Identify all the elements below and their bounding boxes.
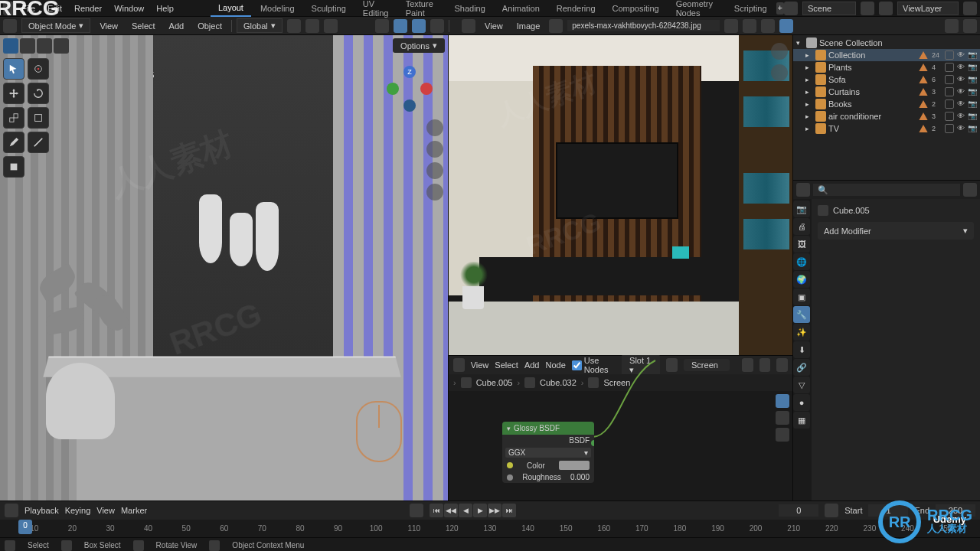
ws-geo[interactable]: Geometry Nodes — [668, 0, 725, 21]
select-mode-lasso-icon[interactable] — [37, 38, 52, 54]
image-path-field[interactable]: pexels-max-vakhtbovych-6284238.jpg — [567, 20, 719, 31]
ws-script[interactable]: Scripting — [727, 1, 775, 16]
ws-anim[interactable]: Animation — [495, 1, 547, 16]
visibility-toggle[interactable]: 👁 — [956, 75, 965, 84]
ws-add[interactable]: + — [776, 2, 784, 15]
breadcrumb-0[interactable]: Cube.005 — [476, 378, 513, 387]
image-viewer[interactable]: 人人素材 RRCG — [449, 35, 792, 355]
visibility-toggle[interactable]: 👁 — [956, 51, 965, 60]
ws-layout[interactable]: Layout — [211, 0, 251, 17]
img-view[interactable]: View — [480, 20, 508, 32]
img-display-icon[interactable] — [779, 19, 793, 33]
menu-edit[interactable]: Edit — [41, 2, 68, 15]
ws-texpaint[interactable]: Texture Paint — [398, 0, 446, 21]
bsdf-output-socket[interactable] — [591, 440, 594, 446]
object-mode-selector[interactable]: Object Mode ▾ — [21, 18, 90, 33]
tl-playback[interactable]: Playback — [24, 506, 59, 515]
props-editor-icon[interactable] — [796, 183, 810, 197]
layer-new-button[interactable] — [963, 2, 977, 15]
editor-type-3d-icon[interactable] — [3, 19, 17, 33]
tl-keying[interactable]: Keying — [65, 506, 91, 515]
menu-file[interactable]: File — [15, 2, 41, 15]
exclude-toggle[interactable] — [945, 124, 954, 133]
pivot-icon[interactable] — [287, 19, 301, 33]
ws-modeling[interactable]: Modeling — [253, 1, 302, 16]
gizmo-y-axis[interactable] — [387, 83, 399, 95]
tab-scene-icon[interactable]: 🌐 — [793, 253, 810, 270]
node-add[interactable]: Add — [524, 360, 540, 370]
autokey-icon[interactable] — [410, 504, 423, 517]
node-editor-type-icon[interactable] — [453, 358, 465, 372]
outliner-tv[interactable]: ▸ TV 2 👁📷 — [793, 122, 980, 135]
exclude-toggle[interactable] — [945, 112, 954, 121]
menu-window[interactable]: Window — [108, 2, 150, 15]
visibility-toggle[interactable]: 👁 — [956, 87, 965, 96]
node-pin-icon[interactable] — [742, 358, 753, 372]
timeline-track[interactable]: 0 10 20 30 40 50 60 70 80 90 100 110 120… — [0, 520, 980, 538]
color-input-socket[interactable] — [507, 462, 513, 468]
navigation-gizmo[interactable]: Z — [387, 66, 433, 112]
render-toggle[interactable]: 📷 — [968, 99, 977, 109]
tab-modifier-icon[interactable]: 🔧 — [793, 306, 810, 323]
wrench-icon[interactable] — [776, 394, 789, 408]
gizmo-x-axis[interactable] — [420, 83, 433, 95]
orientation-selector[interactable]: Global ▾ — [237, 18, 283, 33]
glossy-bsdf-node[interactable]: Glossy BSDF BSDF GGX▾ Color Roughness0.0… — [502, 422, 594, 483]
hdr-object[interactable]: Object — [193, 20, 227, 32]
tool-move[interactable] — [3, 83, 24, 104]
tl-view[interactable]: View — [96, 506, 115, 515]
render-toggle[interactable]: 📷 — [968, 112, 977, 121]
img-picker-icon[interactable] — [549, 19, 563, 33]
snap-node-icon[interactable] — [776, 411, 789, 425]
outliner-sofa[interactable]: ▸ Sofa 6 👁📷 — [793, 73, 980, 86]
node-close-icon[interactable] — [776, 358, 788, 372]
outliner-ac[interactable]: ▸ air conditioner 3 👁📷 — [793, 110, 980, 122]
tool-select-box[interactable] — [3, 58, 24, 80]
prev-key-button[interactable]: ◀◀ — [444, 504, 458, 517]
scene-new-button[interactable] — [861, 2, 874, 15]
tab-world-icon[interactable]: 🌍 — [793, 271, 810, 288]
tab-texture-icon[interactable]: ▦ — [793, 412, 810, 429]
hdr-add[interactable]: Add — [165, 20, 189, 32]
render-toggle[interactable]: 📷 — [968, 87, 977, 96]
select-mode-tweak-icon[interactable] — [3, 38, 18, 54]
ws-render[interactable]: Rendering — [549, 1, 603, 16]
roughness-input-socket[interactable] — [507, 474, 513, 481]
select-mode-circle-icon[interactable] — [54, 38, 69, 54]
outliner-new-collection-icon[interactable] — [963, 19, 977, 33]
material-name[interactable]: Screen — [684, 359, 730, 371]
tool-measure[interactable] — [28, 132, 49, 153]
distribution-select[interactable]: GGX▾ — [505, 448, 591, 458]
tool-annotate[interactable] — [3, 132, 24, 153]
play-button[interactable]: ▶ — [473, 504, 487, 517]
render-toggle[interactable]: 📷 — [968, 75, 977, 84]
props-options-icon[interactable] — [963, 183, 977, 197]
proportional-icon[interactable] — [324, 19, 338, 33]
img-pan-icon[interactable] — [771, 64, 788, 81]
zoom-icon[interactable] — [426, 119, 443, 136]
img-browse-icon[interactable] — [724, 19, 738, 33]
frame-lock-icon[interactable] — [825, 504, 838, 517]
visibility-toggle[interactable]: 👁 — [956, 124, 965, 133]
ws-comp[interactable]: Compositing — [605, 1, 667, 16]
overlay-node-icon[interactable] — [776, 428, 789, 442]
exclude-toggle[interactable] — [945, 87, 954, 96]
ws-shading[interactable]: Shading — [446, 1, 492, 16]
tab-constraint-icon[interactable]: 🔗 — [793, 359, 810, 376]
breadcrumb-2[interactable]: Screen — [603, 378, 630, 387]
breadcrumb-1[interactable]: Cube.032 — [540, 378, 577, 387]
shading-wire-icon[interactable] — [430, 19, 444, 33]
exclude-toggle[interactable] — [945, 99, 954, 109]
current-frame-input[interactable]: 0 — [779, 504, 818, 517]
node-select[interactable]: Select — [495, 360, 518, 370]
tool-scale[interactable] — [3, 107, 24, 129]
next-key-button[interactable]: ▶▶ — [488, 504, 501, 517]
color-swatch[interactable] — [559, 461, 590, 470]
hdr-view[interactable]: View — [95, 20, 122, 32]
select-mode-box-icon[interactable] — [20, 38, 35, 54]
ws-sculpting[interactable]: Sculpting — [304, 1, 354, 16]
render-toggle[interactable]: 📷 — [968, 63, 977, 72]
tl-marker[interactable]: Marker — [121, 506, 147, 515]
outliner-filter-icon[interactable] — [945, 19, 959, 33]
props-search-input[interactable] — [813, 184, 960, 196]
